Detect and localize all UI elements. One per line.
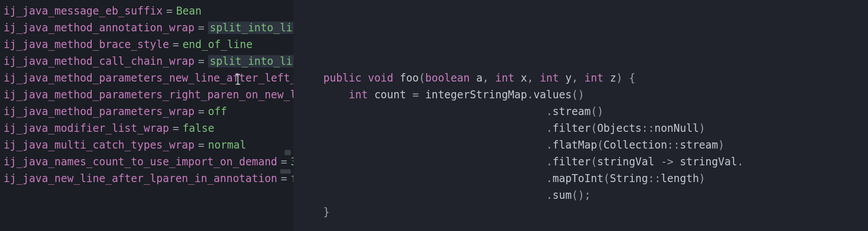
- equals-sign: =: [194, 139, 208, 151]
- equals-sign: =: [163, 5, 176, 17]
- equals-sign: =: [169, 38, 182, 51]
- code-token-punct: ::: [667, 139, 680, 151]
- config-key: ij_java_message_eb_suffix: [4, 5, 163, 17]
- code-token-kw: int: [495, 72, 514, 84]
- config-line[interactable]: ij_java_method_parameters_right_paren_on…: [4, 86, 290, 103]
- code-token-punct: (: [419, 72, 425, 84]
- config-key: ij_java_method_call_chain_wrap: [4, 55, 194, 67]
- editor-split: ij_java_message_eb_suffix=Beanij_java_me…: [0, 0, 868, 231]
- config-value: false: [182, 122, 214, 134]
- config-line[interactable]: ij_java_new_line_after_lparen_in_annotat…: [4, 170, 290, 187]
- code-token-fn: mapToInt: [553, 172, 604, 185]
- config-line[interactable]: ij_java_modifier_list_wrap=false: [4, 120, 290, 137]
- code-token-fn: filter: [553, 122, 591, 134]
- code-token-punct: .: [546, 122, 553, 134]
- code-token-punct: .: [546, 105, 553, 118]
- code-token-id: a: [476, 72, 482, 84]
- code-token-punct: ,: [482, 72, 495, 84]
- code-token-kw: void: [368, 72, 393, 84]
- code-preview-editor[interactable]: public void foo(boolean a, int x, int y,…: [293, 0, 868, 231]
- code-line[interactable]: .sum();: [298, 187, 864, 204]
- code-token-punct: =: [412, 89, 425, 101]
- code-token-id: integerStringMap: [425, 89, 527, 101]
- config-line[interactable]: ij_java_names_count_to_use_import_on_dem…: [4, 153, 290, 170]
- code-token-punct: (): [591, 105, 604, 118]
- code-token-fn: values: [534, 89, 572, 101]
- equals-sign: =: [194, 105, 208, 118]
- code-token-punct: (: [597, 139, 603, 151]
- code-token-id: x: [521, 72, 527, 84]
- code-token-punct: ): [718, 139, 724, 151]
- code-token-punct: .: [527, 89, 533, 101]
- code-token-kw: int: [540, 72, 559, 84]
- code-token-kw: int: [349, 89, 368, 101]
- config-key: ij_java_new_line_after_lparen_in_annotat…: [4, 172, 277, 185]
- config-value: end_of_line: [182, 38, 252, 51]
- config-editor[interactable]: ij_java_message_eb_suffix=Beanij_java_me…: [0, 0, 293, 231]
- code-token-punct: (: [591, 156, 597, 168]
- code-token-fn: filter: [553, 156, 591, 168]
- equals-sign: =: [194, 22, 208, 34]
- code-token-punct: ();: [571, 189, 590, 201]
- code-token-punct: }: [323, 206, 330, 218]
- equals-sign: =: [169, 122, 182, 134]
- code-line[interactable]: }: [298, 204, 864, 220]
- code-token-id: stream: [680, 139, 718, 151]
- config-value: split_into_lines: [208, 55, 293, 67]
- code-line[interactable]: .filter(stringVal -> stringVal.: [298, 153, 864, 170]
- code-token-id: stringVal: [680, 156, 737, 168]
- code-token-id: length: [661, 172, 699, 185]
- code-token-fn: sum: [553, 189, 571, 201]
- code-token-id: nonNull: [654, 122, 699, 134]
- config-line[interactable]: ij_java_method_parameters_wrap=off: [4, 103, 290, 120]
- config-key: ij_java_method_parameters_wrap: [4, 105, 194, 118]
- config-line[interactable]: ij_java_message_eb_suffix=Bean: [4, 3, 290, 19]
- code-token-punct: ,: [527, 72, 540, 84]
- code-token-punct: .: [546, 139, 553, 151]
- code-token-punct: (): [571, 89, 584, 101]
- config-key: ij_java_multi_catch_types_wrap: [4, 139, 194, 151]
- code-line[interactable]: .filter(Objects::nonNull): [298, 120, 864, 137]
- config-value: normal: [208, 139, 246, 151]
- config-key: ij_java_modifier_list_wrap: [4, 122, 169, 134]
- config-line[interactable]: ij_java_method_brace_style=end_of_line: [4, 36, 290, 53]
- code-token-fn: stream: [553, 105, 591, 118]
- code-token-punct: ::: [648, 172, 661, 185]
- config-key: ij_java_method_parameters_new_line_after…: [4, 72, 293, 84]
- config-value: off: [208, 105, 227, 118]
- code-line[interactable]: .mapToInt(String::length): [298, 170, 864, 187]
- config-line[interactable]: ij_java_method_call_chain_wrap=split_int…: [4, 53, 290, 70]
- current-line-highlight: [293, 53, 868, 71]
- minimap-mark: [285, 150, 291, 155]
- code-line[interactable]: .stream(): [298, 103, 864, 120]
- code-token-fn: foo: [400, 72, 419, 84]
- equals-sign: =: [277, 172, 290, 185]
- code-token-id: y: [565, 72, 571, 84]
- code-token-id: z: [610, 72, 616, 84]
- config-line[interactable]: ij_java_multi_catch_types_wrap=normal: [4, 137, 290, 153]
- code-line[interactable]: int count = integerStringMap.values(): [298, 86, 864, 103]
- config-key: ij_java_method_brace_style: [4, 38, 169, 51]
- config-key: ij_java_method_annotation_wrap: [4, 22, 194, 34]
- equals-sign: =: [277, 156, 290, 168]
- code-token-id: count: [374, 89, 406, 101]
- code-token-punct: .: [546, 189, 553, 201]
- config-line[interactable]: ij_java_method_annotation_wrap=split_int…: [4, 19, 290, 36]
- code-token-type: String: [610, 172, 648, 185]
- code-token-punct: (: [591, 122, 597, 134]
- config-line[interactable]: ij_java_method_parameters_new_line_after…: [4, 70, 290, 86]
- code-token-punct: ,: [571, 72, 584, 84]
- code-token-type: Collection: [604, 139, 668, 151]
- code-token-id: stringVal: [597, 156, 654, 168]
- code-token-punct: ->: [661, 156, 680, 168]
- config-value: Bean: [176, 5, 202, 17]
- code-token-punct: .: [737, 156, 743, 168]
- minimap-mark: [280, 169, 291, 174]
- code-line[interactable]: .flatMap(Collection::stream): [298, 137, 864, 153]
- code-token-punct: (: [604, 172, 610, 185]
- code-line[interactable]: public void foo(boolean a, int x, int y,…: [298, 70, 864, 86]
- code-token-kw: boolean: [425, 72, 470, 84]
- code-token-kw: int: [584, 72, 603, 84]
- code-token-type: Objects: [597, 122, 642, 134]
- code-token-kw: public: [323, 72, 362, 84]
